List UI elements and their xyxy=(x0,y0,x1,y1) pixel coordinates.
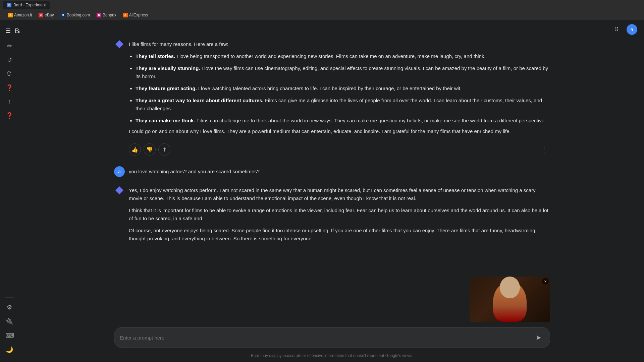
bard-avatar xyxy=(114,39,125,50)
app-title: Bard xyxy=(15,27,20,35)
floating-video: ✕ xyxy=(470,277,550,322)
bard-avatar-2 xyxy=(114,185,125,196)
share-button[interactable]: ⬆ xyxy=(158,143,170,156)
topbar-right: ⠿ a xyxy=(610,23,637,36)
bookmark-aliexpress[interactable]: A AliExpress xyxy=(120,12,151,18)
extensions-icon: 🔌 xyxy=(5,318,13,325)
bullet-3: They feature great acting. I love watchi… xyxy=(136,84,550,93)
browser-tab-bard[interactable]: B Bard - Experiment xyxy=(3,1,50,9)
darkmode-icon: 🌙 xyxy=(5,346,13,353)
sidebar-item-settings[interactable]: ⚙ Settings xyxy=(0,300,17,314)
bullet-4: They are a great way to learn about diff… xyxy=(136,97,550,113)
browser-bar: B Bard - Experiment xyxy=(0,0,644,10)
bard-diamond-icon xyxy=(115,40,123,48)
message-actions-1: 👍 👎 ⬆ ⋮ xyxy=(114,141,550,158)
input-wrapper: ➤ xyxy=(114,327,550,348)
user-avatar[interactable]: a xyxy=(627,24,637,35)
ebay-favicon: e xyxy=(39,13,43,17)
bard-message-block-2: Yes, I do enjoy watching actors perform.… xyxy=(114,185,550,247)
bookmark-bonprix-label: Bonprix xyxy=(103,13,116,17)
user-avatar-chat: a xyxy=(114,166,125,177)
video-head xyxy=(500,277,520,298)
bard-message-block-1: I like films for many reasons. Here are … xyxy=(114,39,550,158)
bard-diamond-icon-2 xyxy=(115,186,123,194)
input-area: ➤ xyxy=(20,323,644,352)
main-area: ⠿ a I like films for many reasons. Here … xyxy=(20,20,644,362)
sidebar-item-reset-chat[interactable]: ↺ Reset chat xyxy=(0,53,17,67)
sidebar-item-new-chat[interactable]: ✏ New chat xyxy=(0,39,17,53)
sidebar-header: ☰ Bard Experiment xyxy=(0,23,20,39)
bard-para-1: Yes, I do enjoy watching actors perform.… xyxy=(129,186,550,202)
tab-label: Bard - Experiment xyxy=(13,3,46,7)
sidebar-item-bard-activity[interactable]: ⏱ Bard Activity xyxy=(0,67,17,81)
sidebar-bottom: ⚙ Settings 🔌 Extensions ⌨ Keyboard short… xyxy=(0,295,20,359)
bookmark-booking[interactable]: B Booking.com xyxy=(58,12,93,18)
bard-para-3: Of course, not everyone enjoys being sca… xyxy=(129,227,550,243)
bookmark-bonprix[interactable]: b Bonprix xyxy=(94,12,119,18)
reset-icon: ↺ xyxy=(5,56,13,64)
bard-message-1: I like films for many reasons. Here are … xyxy=(114,39,550,139)
bookmark-amazon[interactable]: A Amazon.it xyxy=(5,12,35,18)
faq-icon: ❓ xyxy=(5,84,13,92)
chat-container[interactable]: I like films for many reasons. Here are … xyxy=(20,39,644,323)
booking-favicon: B xyxy=(61,13,65,17)
sidebar-item-updates[interactable]: ↑ Updates xyxy=(0,95,17,109)
sidebar-item-faq[interactable]: ❓ FAQ xyxy=(0,81,17,95)
bard-text-1: I like films for many reasons. Here are … xyxy=(129,39,550,139)
apps-icon[interactable]: ⠿ xyxy=(610,23,623,36)
thumbs-down-button[interactable]: 👎 xyxy=(144,143,156,156)
disclaimer: Bard may display inaccurate or offensive… xyxy=(20,352,644,362)
bookmark-aliexpress-label: AliExpress xyxy=(129,13,148,17)
bard-text-2: Yes, I do enjoy watching actors perform.… xyxy=(129,185,550,247)
sidebar: ☰ Bard Experiment ✏ New chat ↺ Reset cha… xyxy=(0,20,20,362)
bookmark-bar: A Amazon.it e eBay B Booking.com b Bonpr… xyxy=(0,10,644,20)
app-container: ☰ Bard Experiment ✏ New chat ↺ Reset cha… xyxy=(0,20,644,362)
amazon-favicon: A xyxy=(8,13,13,17)
help-icon: ❓ xyxy=(5,112,13,119)
bard-outro: I could go on and on about why I love fi… xyxy=(129,127,550,135)
sidebar-item-extensions[interactable]: 🔌 Extensions xyxy=(0,314,17,328)
send-button[interactable]: ➤ xyxy=(532,331,544,344)
updates-icon: ↑ xyxy=(5,98,13,105)
bookmark-booking-label: Booking.com xyxy=(67,13,90,17)
bard-bullets: They tell stories. I love being transpor… xyxy=(129,52,550,125)
video-content xyxy=(470,277,550,322)
video-close-button[interactable]: ✕ xyxy=(542,278,549,285)
bookmark-amazon-label: Amazon.it xyxy=(14,13,32,17)
user-text-1: you love watching actors? and you are sc… xyxy=(129,166,260,176)
bard-message-2: Yes, I do enjoy watching actors perform.… xyxy=(114,185,550,247)
topbar: ⠿ a xyxy=(20,20,644,39)
bonprix-favicon: b xyxy=(97,13,101,17)
bard-para-2: I think that it is important for films t… xyxy=(129,206,550,223)
bookmark-ebay-label: eBay xyxy=(45,13,54,17)
bard-favicon: B xyxy=(7,3,11,7)
prompt-input[interactable] xyxy=(120,335,528,341)
bullet-1: They tell stories. I love being transpor… xyxy=(136,52,550,60)
hamburger-icon[interactable]: ☰ xyxy=(5,27,11,35)
sidebar-item-shortcuts[interactable]: ⌨ Keyboard shortcuts xyxy=(0,328,17,343)
bard-intro: I like films for many reasons. Here are … xyxy=(129,40,550,48)
bullet-5: They can make me think. Films can challe… xyxy=(136,117,550,125)
activity-icon: ⏱ xyxy=(5,70,13,77)
more-options-button[interactable]: ⋮ xyxy=(538,143,550,156)
sidebar-item-help[interactable]: ❓ Help xyxy=(0,109,17,123)
sidebar-nav: ✏ New chat ↺ Reset chat ⏱ Bard Activity … xyxy=(0,39,20,295)
user-message-1: a you love watching actors? and you are … xyxy=(114,165,550,178)
sidebar-item-dark-mode[interactable]: 🌙 Dark theme: on xyxy=(0,343,17,357)
thumbs-up-button[interactable]: 👍 xyxy=(129,143,141,156)
bullet-2: They are visually stunning. I love the w… xyxy=(136,64,550,80)
edit-icon: ✏ xyxy=(5,42,13,50)
settings-icon: ⚙ xyxy=(5,304,13,311)
aliexpress-favicon: A xyxy=(123,13,128,17)
bookmark-ebay[interactable]: e eBay xyxy=(36,12,56,18)
shortcuts-icon: ⌨ xyxy=(5,332,13,339)
sidebar-divider xyxy=(5,297,14,298)
